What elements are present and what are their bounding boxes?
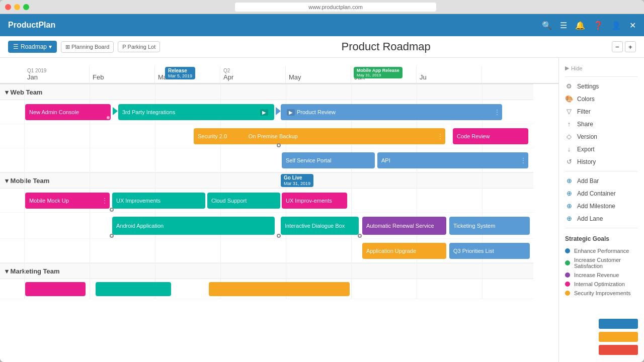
marketing-bar-3[interactable] — [209, 282, 350, 296]
mobile-mockup-bar[interactable]: Mobile Mock Up ⋮ — [25, 193, 110, 209]
version-label: Version — [577, 133, 638, 140]
goal-internal-optimization: Internal Optimization — [565, 280, 638, 289]
colors-icon: 🎨 — [565, 95, 573, 103]
self-service-portal-bar[interactable]: Self Service Portal — [282, 152, 375, 168]
ticketing-system-bar[interactable]: Ticketing System — [449, 217, 530, 235]
sidebar-add-lane[interactable]: ⊕ Add Lane — [559, 212, 644, 225]
app-header: ProductPlan 🔍 ☰ 🔔 ❓ 👤 ✕ — [0, 14, 644, 36]
minimize-btn[interactable] — [14, 4, 20, 10]
goal-dot-purple — [565, 273, 570, 278]
page-title-area: Product Roadmap — [160, 40, 612, 53]
planning-board-button[interactable]: ⊞ Planning Board — [61, 41, 114, 53]
web-row-3: Self Service Portal API ⋮ — [0, 148, 533, 172]
goal-dot-green — [565, 260, 570, 265]
goal-increase-revenue: Increase Revenue — [565, 270, 638, 280]
goal-enhance-performance: Enhance Performance — [565, 246, 638, 255]
web-row-1: New Admin Console 3rd Party Integrations… — [0, 100, 533, 124]
handle-dot-5 — [277, 234, 281, 238]
maximize-btn[interactable] — [23, 4, 29, 10]
sidebar-filter[interactable]: ▽ Filter — [559, 105, 644, 118]
ux-improvements-bar-1[interactable]: UX Improvements — [112, 193, 205, 209]
marketing-team-toggle[interactable]: ▾ Marketing Team — [0, 267, 65, 275]
add-container-icon: ⊕ — [565, 190, 573, 197]
sidebar-add-milestone[interactable]: ⊕ Add Milestone — [559, 200, 644, 212]
address-bar[interactable]: www.productplan.com — [235, 3, 436, 12]
legend-bar-blue — [599, 319, 638, 329]
app-upgrade-bar[interactable]: Application Upgrade — [362, 243, 446, 259]
history-icon: ↺ — [565, 158, 573, 165]
version-icon: ◇ — [565, 133, 573, 140]
roadmap-content[interactable]: Q1 2019 Jan Feb Mar Release Mar 5, 2019 — [0, 58, 558, 362]
arrow-1 — [113, 107, 118, 115]
sidebar-history[interactable]: ↺ History — [559, 155, 644, 168]
add-container-label: Add Container — [577, 190, 638, 197]
web-team-toggle[interactable]: ▾ Web Team — [0, 88, 47, 96]
handle-dot-3 — [110, 234, 114, 238]
q3-priorities-bar[interactable]: Q3 Priorities List — [449, 243, 530, 259]
parking-lot-label: Parking Lot — [128, 44, 156, 50]
zoom-in-button[interactable]: + — [625, 41, 636, 52]
filter-icon: ▽ — [565, 108, 573, 115]
add-milestone-label: Add Milestone — [577, 203, 638, 210]
sidebar-add-bar[interactable]: ⊕ Add Bar — [559, 174, 644, 187]
interactive-dialogue-bar[interactable]: Interactive Dialogue Box — [281, 217, 359, 235]
code-review-bar[interactable]: Code Review — [453, 128, 528, 144]
new-admin-console-bar[interactable]: New Admin Console — [25, 104, 111, 120]
export-label: Export — [577, 146, 638, 153]
android-app-bar[interactable]: Android Application — [112, 217, 275, 235]
goal-dot-blue — [565, 248, 570, 253]
mac-window: www.productplan.com ProductPlan 🔍 ☰ 🔔 ❓ … — [0, 0, 644, 362]
toolbar-left: ☰ Roadmap ▾ ⊞ Planning Board P Parking L… — [8, 41, 160, 53]
header-icons: 🔍 ☰ 🔔 ❓ 👤 ✕ — [542, 21, 636, 30]
roadmap-button[interactable]: ☰ Roadmap ▾ — [8, 41, 57, 53]
sidebar-export[interactable]: ↓ Export — [559, 143, 644, 155]
ux-improvements-bar-2[interactable]: UX Improv-ements — [282, 193, 347, 209]
go-live-milestone: Go LiveMar 31, 2019 — [281, 174, 313, 187]
marketing-bar-2[interactable] — [96, 282, 171, 296]
security-bar[interactable]: Security 2.0 On Premise Backup ⋮ — [194, 128, 445, 144]
share-label: Share — [577, 121, 638, 128]
add-bar-icon: ⊕ — [565, 177, 573, 185]
month-jul: Ju — [417, 66, 482, 83]
marketing-team-header: ▾ Marketing Team — [0, 263, 533, 279]
legend-bar-red — [599, 345, 638, 355]
marketing-bar-1[interactable] — [25, 282, 86, 296]
month-feb: Feb — [90, 66, 155, 83]
product-review-bar[interactable]: ▶ Product Review ⋮ — [281, 104, 502, 120]
sidebar-version[interactable]: ◇ Version — [559, 130, 644, 143]
hide-label: Hide — [571, 65, 583, 71]
bell-icon[interactable]: 🔔 — [575, 21, 585, 30]
add-milestone-icon: ⊕ — [565, 202, 573, 210]
sidebar-add-container[interactable]: ⊕ Add Container — [559, 187, 644, 200]
sidebar-settings[interactable]: ⚙ Settings — [559, 80, 644, 93]
zoom-out-button[interactable]: − — [612, 41, 623, 52]
mobile-team-toggle[interactable]: ▾ Mobile Team — [0, 177, 54, 185]
sidebar-colors[interactable]: 🎨 Colors — [559, 93, 644, 105]
release-milestone: Release Mar 5, 2019 — [165, 67, 195, 79]
handle-dot-2 — [110, 208, 114, 212]
help-icon[interactable]: ❓ — [593, 21, 603, 30]
goal-label-optimization: Internal Optimization — [574, 281, 625, 287]
mobile-row-3: Application Upgrade Q3 Priorities List — [0, 239, 533, 263]
settings-icon: ⚙ — [565, 82, 573, 90]
cloud-support-bar[interactable]: Cloud Support — [207, 193, 280, 209]
automatic-renewal-bar[interactable]: Automatic Renewal Service — [362, 217, 446, 235]
parking-lot-button[interactable]: P Parking Lot — [118, 41, 160, 52]
web-team-header: ▾ Web Team — [0, 84, 533, 100]
search-icon[interactable]: 🔍 — [542, 21, 552, 30]
menu-icon[interactable]: ☰ — [560, 21, 567, 30]
api-bar[interactable]: API ⋮ — [377, 152, 528, 168]
goal-label-enhance: Enhance Performance — [574, 248, 629, 254]
close-icon[interactable]: ✕ — [629, 21, 636, 30]
web-row-2: Security 2.0 On Premise Backup ⋮ Code Re… — [0, 124, 533, 148]
sidebar-hide[interactable]: ▶ Hide — [559, 63, 644, 73]
month-jan: Q1 2019 Jan — [24, 66, 90, 83]
sidebar-share[interactable]: ↑ Share — [559, 118, 644, 130]
roadmap-label: Roadmap — [21, 43, 47, 50]
third-party-bar[interactable]: 3rd Party Integrations ▶ — [118, 104, 274, 120]
planning-board-label: Planning Board — [71, 44, 109, 50]
add-bar-label: Add Bar — [577, 177, 638, 185]
user-icon[interactable]: 👤 — [611, 21, 621, 30]
add-lane-label: Add Lane — [577, 215, 638, 222]
close-btn[interactable] — [5, 4, 11, 10]
